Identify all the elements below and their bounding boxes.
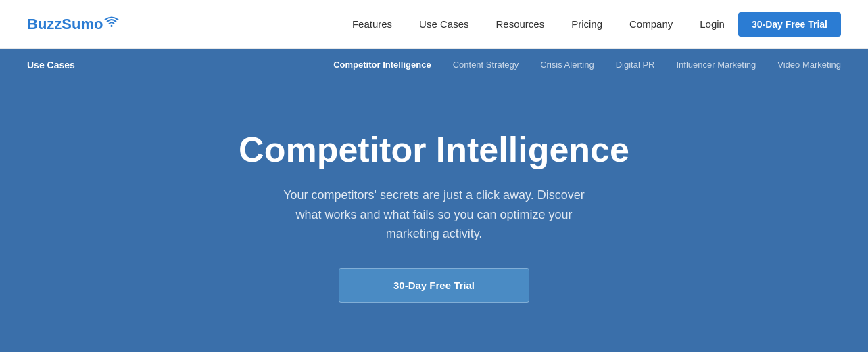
nav-use-cases[interactable]: Use Cases	[419, 18, 468, 30]
hero-cta-button[interactable]: 30-Day Free Trial	[339, 268, 529, 303]
top-navigation: BuzzSumo Features Use Cases Resources Pr…	[0, 0, 868, 49]
sub-nav-crisis-alerting[interactable]: Crisis Alerting	[540, 60, 594, 70]
sub-nav-competitor-intelligence[interactable]: Competitor Intelligence	[333, 60, 431, 70]
logo-icon	[104, 16, 119, 32]
nav-company[interactable]: Company	[629, 18, 673, 30]
sub-nav-influencer-marketing[interactable]: Influencer Marketing	[677, 60, 756, 70]
svg-point-0	[111, 25, 113, 27]
sub-nav-title: Use Cases	[27, 60, 75, 70]
sub-nav-links: Competitor Intelligence Content Strategy…	[333, 60, 841, 70]
sub-navigation: Use Cases Competitor Intelligence Conten…	[0, 49, 868, 81]
nav-links: Features Use Cases Resources Pricing Com…	[352, 18, 673, 30]
nav-features[interactable]: Features	[352, 18, 392, 30]
login-link[interactable]: Login	[700, 18, 725, 30]
trial-button[interactable]: 30-Day Free Trial	[738, 12, 841, 37]
hero-subtitle: Your competitors' secrets are just a cli…	[272, 185, 596, 244]
hero-section: Competitor Intelligence Your competitors…	[0, 81, 868, 352]
nav-actions: Login 30-Day Free Trial	[700, 12, 841, 37]
logo[interactable]: BuzzSumo	[27, 16, 119, 33]
hero-title: Competitor Intelligence	[239, 131, 629, 169]
sub-nav-video-marketing[interactable]: Video Marketing	[777, 60, 841, 70]
logo-text: BuzzSumo	[27, 16, 103, 33]
sub-nav-content-strategy[interactable]: Content Strategy	[453, 60, 519, 70]
nav-pricing[interactable]: Pricing	[571, 18, 602, 30]
nav-resources[interactable]: Resources	[496, 18, 544, 30]
sub-nav-digital-pr[interactable]: Digital PR	[616, 60, 655, 70]
